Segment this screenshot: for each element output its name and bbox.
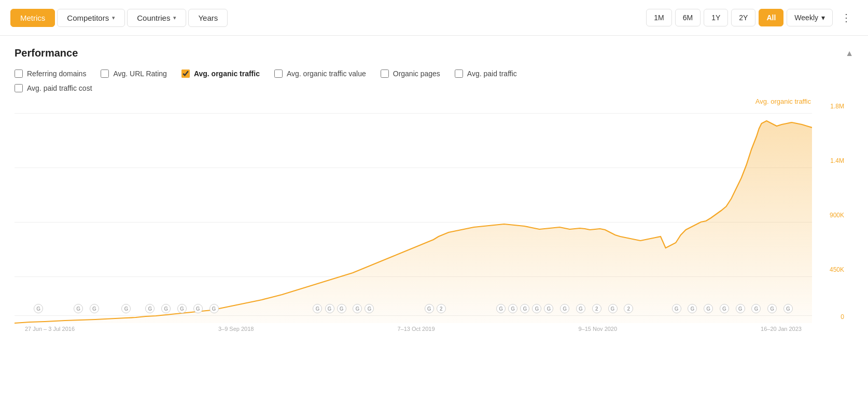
- countries-tab[interactable]: Countries ▾: [127, 9, 186, 27]
- g-marker-1: G: [34, 304, 43, 313]
- g-marker-15: G: [425, 304, 434, 313]
- avg-paid-traffic-cost-checkbox[interactable]: [15, 84, 23, 92]
- g-markers-container: G G G G G G G G G G G G G G G 2 G G: [15, 304, 812, 316]
- weekly-label: Weekly: [794, 13, 818, 22]
- performance-title: Performance: [15, 47, 78, 59]
- referring-domains-checkbox[interactable]: [15, 70, 23, 78]
- g-marker-10: G: [313, 304, 322, 313]
- avg-organic-traffic-checkbox[interactable]: [181, 70, 190, 78]
- y-label-450k: 450K: [830, 266, 844, 273]
- g-marker-34: G: [783, 304, 793, 313]
- metric-referring-domains[interactable]: Referring domains: [15, 70, 86, 78]
- x-label-2019: 7–13 Oct 2019: [397, 326, 435, 332]
- metrics-row-1: Referring domains Avg. URL Rating Avg. o…: [15, 70, 853, 78]
- chart-wrapper: Avg. organic traffic 1.8M 1.4M 900K 450K: [15, 98, 853, 336]
- metric-organic-pages[interactable]: Organic pages: [381, 70, 440, 78]
- g-marker-6: G: [161, 304, 171, 313]
- g-marker-31: G: [736, 304, 745, 313]
- g-marker-18: G: [508, 304, 517, 313]
- g-marker-20: G: [532, 304, 541, 313]
- organic-pages-checkbox[interactable]: [381, 70, 389, 78]
- g-marker-24: 2: [592, 304, 601, 313]
- weekly-chevron-icon: ▾: [821, 13, 825, 22]
- competitors-label: Competitors: [67, 13, 109, 22]
- countries-chevron-icon: ▾: [173, 15, 176, 21]
- g-marker-32: G: [751, 304, 761, 313]
- g-marker-33: G: [767, 304, 777, 313]
- g-marker-14: G: [365, 304, 374, 313]
- chart-fill-area: [15, 121, 812, 323]
- time-all-button[interactable]: All: [759, 9, 783, 26]
- avg-paid-traffic-label: Avg. paid traffic: [467, 70, 517, 78]
- performance-section: Performance ▲ Referring domains Avg. URL…: [0, 36, 868, 336]
- x-label-2016: 27 Jun – 3 Jul 2016: [25, 326, 75, 332]
- metric-avg-organic-traffic-value[interactable]: Avg. organic traffic value: [274, 70, 366, 78]
- g-marker-8: G: [193, 304, 203, 313]
- competitors-chevron-icon: ▾: [112, 15, 115, 21]
- g-marker-26: 2: [624, 304, 633, 313]
- g-marker-12: G: [337, 304, 346, 313]
- g-marker-2: G: [74, 304, 83, 313]
- avg-organic-traffic-label: Avg. organic traffic: [194, 70, 260, 78]
- g-marker-7: G: [177, 304, 187, 313]
- countries-label: Countries: [137, 13, 170, 22]
- metric-avg-organic-traffic[interactable]: Avg. organic traffic: [181, 70, 260, 78]
- g-marker-11: G: [325, 304, 334, 313]
- metric-avg-paid-traffic[interactable]: Avg. paid traffic: [455, 70, 517, 78]
- g-marker-17: G: [496, 304, 506, 313]
- g-marker-22: G: [560, 304, 569, 313]
- avg-paid-traffic-checkbox[interactable]: [455, 70, 463, 78]
- metrics-label: Metrics: [20, 13, 45, 22]
- years-tab[interactable]: Years: [188, 9, 228, 27]
- avg-url-rating-label: Avg. URL Rating: [113, 70, 167, 78]
- g-marker-5: G: [145, 304, 155, 313]
- x-label-2020: 9–15 Nov 2020: [578, 326, 617, 332]
- time-6m-button[interactable]: 6M: [675, 9, 701, 26]
- years-label: Years: [198, 13, 218, 22]
- collapse-button[interactable]: ▲: [845, 49, 853, 58]
- g-marker-30: G: [720, 304, 729, 313]
- g-marker-4: G: [121, 304, 131, 313]
- metric-avg-paid-traffic-cost[interactable]: Avg. paid traffic cost: [15, 84, 92, 92]
- time-1y-button[interactable]: 1Y: [704, 9, 728, 26]
- chart-area: Avg. organic traffic 1.8M 1.4M 900K 450K: [15, 98, 853, 336]
- toolbar-left: Metrics Competitors ▾ Countries ▾ Years: [10, 9, 644, 27]
- x-axis: 27 Jun – 3 Jul 2016 3–9 Sep 2018 7–13 Oc…: [15, 326, 812, 332]
- organic-pages-label: Organic pages: [393, 70, 440, 78]
- time-1m-button[interactable]: 1M: [646, 9, 671, 26]
- performance-header: Performance ▲: [15, 47, 853, 59]
- g-marker-16: 2: [437, 304, 446, 313]
- y-label-1-4m: 1.4M: [830, 157, 844, 164]
- avg-organic-traffic-value-checkbox[interactable]: [274, 70, 283, 78]
- y-label-900k: 900K: [830, 212, 844, 219]
- metric-avg-url-rating[interactable]: Avg. URL Rating: [101, 70, 167, 78]
- chart-svg: [15, 98, 812, 336]
- g-marker-13: G: [353, 304, 362, 313]
- more-options-button[interactable]: ⋮: [836, 7, 858, 28]
- g-marker-19: G: [520, 304, 529, 313]
- g-marker-29: G: [704, 304, 713, 313]
- toolbar-right: 1M 6M 1Y 2Y All Weekly ▾ ⋮: [646, 7, 858, 28]
- g-marker-28: G: [688, 304, 697, 313]
- avg-organic-traffic-value-label: Avg. organic traffic value: [287, 70, 366, 78]
- metrics-tab[interactable]: Metrics: [10, 9, 55, 27]
- time-2y-button[interactable]: 2Y: [731, 9, 755, 26]
- g-marker-3: G: [90, 304, 99, 313]
- g-marker-9: G: [209, 304, 219, 313]
- weekly-dropdown-button[interactable]: Weekly ▾: [787, 9, 833, 26]
- x-label-2018: 3–9 Sep 2018: [218, 326, 254, 332]
- y-label-1-8m: 1.8M: [830, 103, 844, 110]
- g-marker-27: G: [672, 304, 681, 313]
- y-label-zero: 0: [841, 313, 844, 321]
- g-marker-25: G: [608, 304, 618, 313]
- x-label-2023: 16–20 Jan 2023: [761, 326, 802, 332]
- g-marker-21: G: [544, 304, 553, 313]
- g-marker-23: G: [576, 304, 585, 313]
- avg-url-rating-checkbox[interactable]: [101, 70, 109, 78]
- avg-paid-traffic-cost-label: Avg. paid traffic cost: [27, 84, 92, 92]
- toolbar: Metrics Competitors ▾ Countries ▾ Years …: [0, 0, 868, 36]
- referring-domains-label: Referring domains: [27, 70, 86, 78]
- competitors-tab[interactable]: Competitors ▾: [57, 9, 125, 27]
- metrics-row-2: Avg. paid traffic cost: [15, 84, 853, 92]
